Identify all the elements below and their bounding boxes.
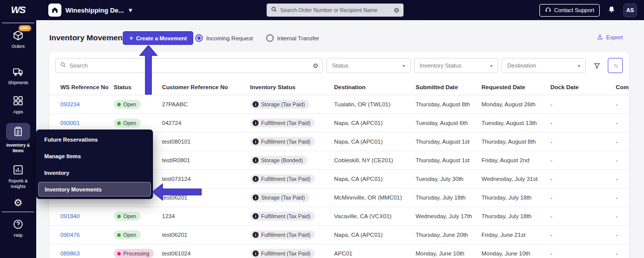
status-label: Open <box>123 120 136 126</box>
notifications-bell-icon[interactable] <box>608 6 615 15</box>
company-selector[interactable]: Wineshipping De... ▾ <box>48 4 132 17</box>
customer-reference-cell: test073124 <box>162 176 250 182</box>
ws-reference-cell: 089863 <box>60 250 114 256</box>
column-header[interactable]: Submitted Date <box>416 84 481 90</box>
inventory-status-label: Fulfillment (Tax Paid) <box>261 139 310 145</box>
user-avatar[interactable]: AS <box>623 4 637 17</box>
column-header[interactable]: WS Reference No <box>60 84 114 90</box>
ws-reference-link[interactable]: 093234 <box>60 101 79 107</box>
destination-cell: Napa, CA (APC01) <box>334 176 416 182</box>
submitted-date-cell: Thursday, June 20th <box>416 232 481 238</box>
requested-date-cell: Tuesday, August 13th <box>481 120 550 126</box>
radio-selected-icon <box>195 34 203 42</box>
status-badge: Open <box>114 230 141 239</box>
column-header[interactable]: Inventory Status <box>250 84 334 90</box>
info-icon: i <box>253 120 259 126</box>
inventory-status-filter-dropdown[interactable]: Inventory Status ▾ <box>414 58 498 73</box>
completed-date-cell: - <box>616 101 629 107</box>
status-cell: Processing <box>114 249 162 258</box>
submitted-date-cell: Thursday, August 1st <box>416 157 481 163</box>
inventory-status-cell: iFulfillment (Tax Paid) <box>250 118 334 127</box>
info-icon: i <box>253 139 259 145</box>
column-header[interactable]: Requested Date <box>481 84 550 90</box>
status-badge: Open <box>114 118 141 127</box>
destination-filter-dropdown[interactable]: Destination ▾ <box>502 58 586 73</box>
contact-support-button[interactable]: Contact Support <box>539 4 600 17</box>
submitted-date-cell: Thursday, August 8th <box>416 101 481 107</box>
status-filter-dropdown[interactable]: Status ▾ <box>327 58 411 73</box>
dock-date-cell: - <box>550 250 616 256</box>
status-badge: Open <box>114 212 141 221</box>
sidebar-item-help[interactable]: Help <box>0 218 36 238</box>
search-settings-icon[interactable]: ⚙ <box>312 62 318 70</box>
table-row: 093234Open27PAABCiStorage (Tax Paid)Tual… <box>49 95 629 114</box>
ws-reference-link[interactable]: 091840 <box>60 213 79 219</box>
ws-reference-link[interactable]: 093001 <box>60 120 79 126</box>
completed-date-cell: - <box>616 195 629 201</box>
column-header[interactable]: Customer Reference No <box>162 84 250 90</box>
global-search: ⚙ <box>267 4 404 17</box>
submitted-date-cell: Thursday, August 1st <box>416 139 481 145</box>
search-icon <box>271 6 277 15</box>
table-header-row: WS Reference NoStatusCustomer Reference … <box>49 79 629 95</box>
destination-cell: McMinnville, OR (MMC01) <box>334 195 416 201</box>
sidebar-item-shipments[interactable]: Shipments <box>0 66 36 86</box>
search-icon <box>60 61 66 70</box>
flyout-item-inventory[interactable]: Inventory <box>36 164 153 181</box>
sidebar-item-orders[interactable]: 999+ Orders <box>0 29 36 49</box>
requested-date-cell: Monday, August 26th <box>481 101 550 107</box>
export-label: Export <box>606 34 623 40</box>
filter-bar: ⚙ Status ▾ Inventory Status ▾ Destinatio… <box>49 52 629 79</box>
sort-button[interactable]: ↑↓ <box>608 58 623 73</box>
ws-reference-link[interactable]: 089863 <box>60 250 79 256</box>
sidebar-item-inventory-items[interactable]: Inventory & Items <box>0 123 36 154</box>
table-row: 090476Opentest06201iFulfillment (Tax Pai… <box>49 226 629 244</box>
app-logo[interactable]: WS <box>0 5 36 16</box>
flyout-item-future-reservations[interactable]: Future Reservations <box>36 131 153 148</box>
submitted-date-cell: Monday, June 10th <box>416 250 481 256</box>
status-label: Open <box>123 232 136 238</box>
ws-reference-cell: 091840 <box>60 213 114 219</box>
info-icon: i <box>253 232 259 238</box>
search-settings-icon[interactable]: ⚙ <box>393 7 399 14</box>
info-icon: i <box>253 195 259 201</box>
status-label: Open <box>123 101 136 107</box>
flyout-item-inventory-movements[interactable]: Inventory Movements <box>38 182 151 197</box>
status-label: Processing <box>123 250 149 256</box>
flyout-item-manage-items[interactable]: Manage Items <box>36 148 153 164</box>
inventory-status-label: Fulfillment (Tax Paid) <box>261 120 310 126</box>
status-dot <box>117 233 121 237</box>
inventory-status-pill: iFulfillment (Tax Paid) <box>250 118 315 127</box>
sidebar-item-label: Help <box>2 233 35 238</box>
ws-reference-cell: 093001 <box>60 120 114 126</box>
ws-reference-link[interactable]: 090476 <box>60 232 79 238</box>
table-search-input[interactable] <box>69 62 309 69</box>
completed-date-cell: - <box>616 250 629 256</box>
global-search-input[interactable] <box>280 7 390 13</box>
submitted-date-cell: Thursday, July 18th <box>416 195 481 201</box>
radio-incoming-request[interactable]: Incoming Request <box>195 34 253 42</box>
table-row: 089863Processingtest061024iFulfillment (… <box>49 244 629 258</box>
radio-internal-transfer[interactable]: Internal Transfer <box>266 34 319 42</box>
column-header[interactable]: Destination <box>334 84 416 90</box>
inventory-status-cell: iFulfillment (Tax Paid) <box>250 137 334 146</box>
apps-grid-icon <box>12 95 24 107</box>
column-header[interactable]: Status <box>114 84 162 90</box>
info-icon: i <box>253 176 259 182</box>
inventory-status-cell: iFulfillment (Tax Paid) <box>250 174 334 183</box>
sidebar-item-reports-insights[interactable]: Reports & Insights <box>0 164 36 189</box>
sidebar-item-label: Orders <box>2 44 35 49</box>
filter-button[interactable] <box>589 58 604 73</box>
destination-cell: Cobleskill, NY (CE201) <box>334 157 416 163</box>
column-header[interactable]: Dock Date <box>550 84 616 90</box>
completed-date-cell: - <box>616 232 629 238</box>
customer-reference-cell: test061024 <box>162 250 250 256</box>
sidebar-item-apps[interactable]: Apps <box>0 95 36 115</box>
sidebar-item-settings[interactable]: ⚙ <box>0 198 36 208</box>
column-header[interactable]: Comp <box>616 84 629 90</box>
status-dot <box>117 103 121 106</box>
completed-date-cell: - <box>616 176 629 182</box>
create-movement-button[interactable]: + Create a Movement <box>123 31 193 45</box>
dock-date-cell: - <box>550 120 616 126</box>
export-button[interactable]: Export <box>597 33 623 41</box>
